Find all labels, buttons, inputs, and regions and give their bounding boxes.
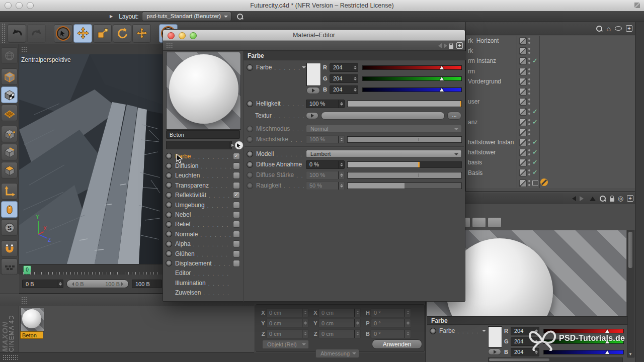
- coordinate-field[interactable]: 0 cm: [318, 319, 361, 328]
- history-forward-icon[interactable]: [580, 196, 586, 201]
- minimize-window-icon[interactable]: [16, 2, 23, 9]
- channel-label[interactable]: Normale: [175, 231, 198, 238]
- layer-color-icon[interactable]: [519, 179, 527, 187]
- channel-state-icon[interactable]: [166, 192, 172, 199]
- current-frame-field[interactable]: 0 B: [22, 280, 63, 288]
- enabled-check-icon[interactable]: ✓: [532, 108, 538, 115]
- channel-state-icon[interactable]: [166, 153, 172, 159]
- channel-state-icon[interactable]: [430, 328, 436, 334]
- object-row[interactable]: rk_Horizont ✓: [466, 36, 635, 46]
- dialog-titlebar[interactable]: Material–Editor: [163, 30, 465, 41]
- expand-icon[interactable]: [532, 180, 538, 186]
- object-name[interactable]: rk_Horizont: [468, 37, 514, 44]
- material-channel[interactable]: Transparenz: [163, 180, 244, 190]
- object-name[interactable]: rm Instanz: [468, 57, 514, 64]
- scale-tool-button[interactable]: [93, 24, 112, 43]
- channel-label[interactable]: Umgebung: [175, 202, 205, 209]
- layer-color-icon[interactable]: [519, 129, 527, 136]
- visibility-dots-icon[interactable]: [528, 149, 530, 151]
- redo-button[interactable]: [27, 24, 46, 43]
- visibility-dots-icon[interactable]: [528, 119, 530, 121]
- color-swatch[interactable]: [306, 63, 321, 86]
- sds-mode-button[interactable]: S: [1, 219, 18, 236]
- polygons-mode-button[interactable]: [1, 162, 18, 178]
- channel-state-icon[interactable]: [166, 172, 172, 179]
- visibility-dots-icon[interactable]: [528, 78, 530, 80]
- pick-material-icon[interactable]: [234, 141, 244, 150]
- add-panel-icon[interactable]: +: [627, 195, 633, 202]
- material-channel[interactable]: Editor: [163, 268, 244, 278]
- live-selection-button[interactable]: [54, 24, 72, 43]
- chevron-down-icon[interactable]: [482, 330, 486, 334]
- object-row[interactable]: anz ✓: [466, 117, 635, 127]
- object-row[interactable]: rm Instanz ✓: [466, 56, 635, 66]
- render-view-button[interactable]: [1, 47, 18, 64]
- model-mode-button[interactable]: [1, 68, 18, 85]
- material-channel[interactable]: Reflektivität: [163, 191, 244, 200]
- visibility-dots-icon[interactable]: [528, 68, 530, 70]
- coordinate-mode-dropdown[interactable]: Objekt (Rel): [262, 340, 309, 349]
- texture-browse-button[interactable]: ...: [447, 112, 461, 120]
- object-name[interactable]: anz: [468, 119, 514, 126]
- size-mode-dropdown[interactable]: Abmessung: [315, 349, 359, 358]
- close-dialog-icon[interactable]: [168, 32, 175, 39]
- frame-spinner[interactable]: [57, 280, 63, 288]
- history-back-icon[interactable]: [570, 196, 576, 201]
- vertical-scrollbar[interactable]: ▼: [627, 230, 634, 357]
- object-name[interactable]: rk: [468, 47, 514, 54]
- layer-color-icon[interactable]: [519, 78, 527, 85]
- material-channel[interactable]: Nebel: [163, 210, 244, 219]
- coordinate-spinner[interactable]: [405, 330, 411, 338]
- brightness-field[interactable]: 100 %: [306, 100, 345, 108]
- channel-checkbox[interactable]: [233, 231, 240, 238]
- object-name[interactable]: haftstower Instanz: [468, 139, 514, 146]
- layer-color-icon[interactable]: [519, 98, 527, 106]
- channel-state-icon[interactable]: [166, 260, 172, 266]
- object-row[interactable]: Vordergrund ✓: [466, 76, 635, 86]
- home-icon[interactable]: ⌂: [607, 26, 611, 32]
- coordinate-spinner[interactable]: [302, 330, 308, 338]
- channel-label[interactable]: Editor: [175, 269, 191, 277]
- horizontal-scrollbar[interactable]: [488, 357, 623, 362]
- color-swatch[interactable]: [488, 326, 502, 347]
- coordinate-field[interactable]: 0 °: [371, 308, 411, 317]
- object-row[interactable]: ✓: [466, 107, 635, 117]
- layer-color-icon[interactable]: [519, 68, 527, 75]
- channel-value-field[interactable]: 204: [330, 85, 358, 94]
- coordinate-spinner[interactable]: [354, 330, 360, 338]
- channel-checkbox[interactable]: [233, 202, 240, 209]
- value-spinner[interactable]: [338, 161, 344, 168]
- snap-button[interactable]: [1, 240, 18, 257]
- coordinate-spinner[interactable]: [354, 319, 360, 327]
- channel-label[interactable]: Glühen: [175, 250, 195, 257]
- points-mode-button[interactable]: [1, 126, 18, 142]
- channel-value-field[interactable]: 204: [330, 63, 358, 72]
- material-channel[interactable]: Alpha: [163, 239, 244, 249]
- enabled-check-icon[interactable]: ✓: [532, 158, 538, 166]
- chevron-down-icon[interactable]: [302, 66, 306, 70]
- material-channel[interactable]: Zuweisen: [163, 288, 244, 297]
- object-row[interactable]: haftstower Instanz ✓: [466, 137, 635, 147]
- visibility-dots-icon[interactable]: [528, 109, 530, 111]
- material-name-field[interactable]: Beton: [166, 130, 240, 139]
- lock-icon[interactable]: [449, 45, 453, 49]
- channel-state-icon[interactable]: [166, 221, 172, 228]
- undo-button[interactable]: [8, 24, 26, 43]
- layer-color-icon[interactable]: [519, 169, 527, 176]
- visibility-dots-icon[interactable]: [528, 48, 530, 50]
- material-channel[interactable]: Relief: [163, 220, 244, 229]
- channel-gradient-slider[interactable]: [362, 76, 462, 81]
- object-row[interactable]: ✓: [466, 86, 635, 97]
- channel-state-icon[interactable]: [247, 64, 253, 71]
- lock-icon[interactable]: [610, 198, 614, 202]
- viewport-grip[interactable]: [21, 46, 27, 52]
- visibility-dots-icon[interactable]: [528, 139, 530, 141]
- material-channel[interactable]: Illumination: [163, 278, 244, 288]
- coordinate-spinner[interactable]: [354, 309, 360, 317]
- channel-label[interactable]: Zuweisen: [175, 289, 201, 296]
- channel-checkbox[interactable]: [233, 211, 240, 218]
- material-editor-preview[interactable]: [166, 52, 241, 130]
- rotate-tool-button[interactable]: [113, 24, 131, 43]
- enabled-check-icon[interactable]: ✓: [532, 57, 538, 64]
- coordinate-spinner[interactable]: [302, 309, 308, 317]
